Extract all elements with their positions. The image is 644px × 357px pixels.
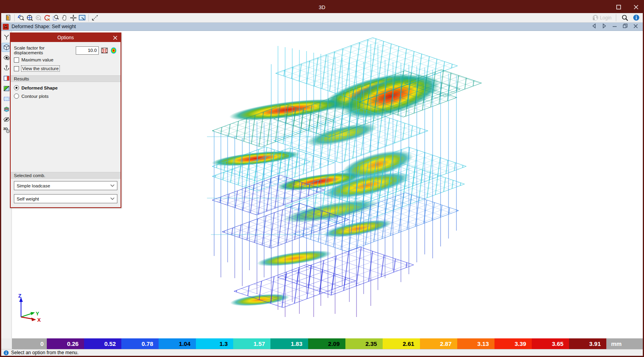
eye-view-icon xyxy=(3,54,10,61)
cube-3d-icon xyxy=(3,44,10,51)
measure-axes-icon xyxy=(91,14,99,21)
redraw-button[interactable] xyxy=(43,14,52,22)
colorbar-label: 0.52 xyxy=(104,341,116,347)
deformed-shape-radio-row[interactable]: Deformed Shape xyxy=(11,84,121,92)
doc-minimize-button[interactable] xyxy=(612,23,617,30)
animate-button[interactable] xyxy=(101,47,108,54)
nav-previous-icon xyxy=(592,23,596,29)
results-section-header: Results xyxy=(11,75,121,82)
info-button[interactable] xyxy=(632,14,640,22)
zoom-extents-button[interactable] xyxy=(25,14,34,22)
contour-plots-label[interactable]: Contour plots xyxy=(21,94,48,99)
pan-hand-icon xyxy=(61,14,68,21)
exit-button[interactable] xyxy=(4,14,12,22)
options-close-icon xyxy=(113,36,117,40)
orbit-anchor-icon xyxy=(3,65,10,71)
colorbar-label: 2.87 xyxy=(440,341,452,347)
contour-plots-radio-row[interactable]: Contour plots xyxy=(11,92,121,100)
zoom-previous-button[interactable] xyxy=(17,14,25,22)
panel-spacer xyxy=(11,100,121,170)
colorbar-segment: 0.78 xyxy=(121,338,159,349)
y-axis-label: Y xyxy=(36,311,39,317)
floor-slab-meshes xyxy=(212,38,481,307)
zoom-x2-button[interactable] xyxy=(34,14,43,22)
selected-comb-header: Selected comb. xyxy=(11,172,121,179)
minimize-icon xyxy=(612,24,617,29)
nav-next-icon xyxy=(602,23,607,29)
colorbar-left-spacer xyxy=(1,338,12,349)
chevron-down-icon xyxy=(110,197,115,200)
colorbar-segment: 1.04 xyxy=(159,338,196,349)
zoom-extents-icon xyxy=(26,14,33,21)
contour-legend-button[interactable] xyxy=(110,47,117,54)
colorbar-segment: 3.13 xyxy=(457,338,494,349)
status-message: Select an option from the menu. xyxy=(11,350,79,355)
user-login-icon xyxy=(592,15,598,21)
nav-previous-button[interactable] xyxy=(592,23,596,30)
maximum-value-checkbox-row[interactable]: Maximum value xyxy=(11,55,121,64)
document-bar: Deformed Shape: Self weight xyxy=(1,23,643,31)
loadcase-type-value: Simple loadcase xyxy=(17,183,110,188)
colorbar: 00.260.520.781.041.31.571.832.092.352.61… xyxy=(1,338,643,349)
doc-restore-button[interactable] xyxy=(623,23,628,30)
login-button[interactable]: Login xyxy=(592,15,611,21)
measure-axes-button[interactable] xyxy=(91,14,100,22)
colorbar-label: 2.61 xyxy=(402,341,414,347)
colorbar-segment: 2.09 xyxy=(308,338,345,349)
colorbar-label: 3.91 xyxy=(589,341,601,347)
toolbar-separator xyxy=(88,14,89,21)
loadcase-type-select[interactable]: Simple loadcase xyxy=(14,181,117,190)
scale-factor-input[interactable] xyxy=(76,46,99,55)
colorbar-segment: 0 xyxy=(12,338,47,349)
loadcase-value: Self weight xyxy=(17,197,110,201)
close-button[interactable] xyxy=(633,4,639,10)
orbit-button[interactable] xyxy=(69,14,78,22)
colorbar-label: 0.78 xyxy=(142,341,153,347)
axis-triad: Z Y X xyxy=(18,293,41,323)
info-icon xyxy=(633,14,640,21)
maximum-value-label[interactable]: Maximum value xyxy=(21,57,54,62)
deformed-shape-app-icon xyxy=(3,24,9,30)
toolbar-separator xyxy=(14,14,15,21)
options-close-button[interactable] xyxy=(112,34,118,41)
maximum-value-checkbox[interactable] xyxy=(14,57,19,63)
orbit-move-icon xyxy=(70,14,77,21)
options-panel-titlebar[interactable]: Options xyxy=(11,33,121,42)
view-structure-checkbox[interactable] xyxy=(14,66,19,71)
deformed-shape-radio[interactable] xyxy=(14,85,19,90)
contour-plots-radio[interactable] xyxy=(14,94,19,99)
colorbar-label: 1.3 xyxy=(220,341,228,347)
pan-button[interactable] xyxy=(60,14,69,22)
colorbar-label: 3.65 xyxy=(552,341,564,347)
chevron-down-icon xyxy=(110,184,115,187)
colorbar-label: mm xyxy=(611,341,622,347)
title-bar: 3D xyxy=(1,1,643,13)
fit-screen-button[interactable] xyxy=(78,14,86,22)
document-title: Deformed Shape: Self weight xyxy=(12,24,76,29)
split-render-icon xyxy=(3,85,10,92)
colorbar-segment: 2.87 xyxy=(420,338,457,349)
view-structure-checkbox-row[interactable]: View the structure xyxy=(11,64,121,73)
loadcase-select[interactable]: Self weight xyxy=(14,194,117,203)
zoom-window-icon xyxy=(52,14,59,21)
eye-slash-icon xyxy=(3,116,10,123)
options-panel: Options Scale factor for displacements xyxy=(10,32,121,208)
zoom-x2-icon xyxy=(35,14,42,21)
colorbar-label: 1.57 xyxy=(253,341,265,347)
colorbar-segment: 1.83 xyxy=(270,338,308,349)
x-axis-label: X xyxy=(37,317,41,323)
z-axis-label: Z xyxy=(18,293,21,299)
deformed-shape-label[interactable]: Deformed Shape xyxy=(21,86,58,90)
zoom-window-button[interactable] xyxy=(52,14,60,22)
close-icon xyxy=(634,5,638,10)
search-button[interactable] xyxy=(621,14,629,22)
nav-next-button[interactable] xyxy=(602,23,607,30)
colorbar-label: 3.13 xyxy=(477,341,489,347)
doc-close-button[interactable] xyxy=(633,23,638,30)
3d-settings-icon: 3D xyxy=(3,126,10,134)
view-structure-label[interactable]: View the structure xyxy=(21,66,59,71)
maximize-button[interactable] xyxy=(616,4,621,10)
zoom-previous-icon xyxy=(17,14,25,21)
dashed-rect-icon xyxy=(3,95,10,102)
contour-rings-icon xyxy=(110,47,117,54)
